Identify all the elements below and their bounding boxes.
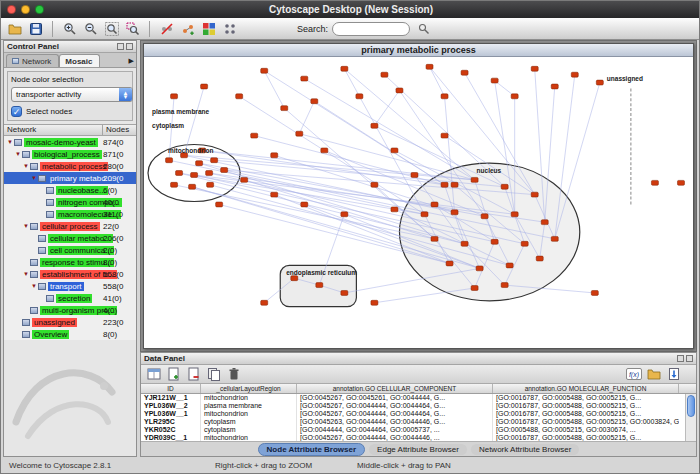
network-node[interactable] xyxy=(411,173,418,178)
column-header[interactable]: _cellularLayoutRegion xyxy=(201,384,297,393)
tree-item-cell-communica[interactable]: cell communica...2(0) xyxy=(4,244,136,256)
minimize-button[interactable] xyxy=(21,5,30,14)
network-node[interactable] xyxy=(171,94,178,99)
network-node[interactable] xyxy=(166,158,173,163)
network-node[interactable] xyxy=(461,241,468,246)
tree-expand-arrow[interactable]: ▼ xyxy=(30,283,38,289)
tree-item-transport[interactable]: ▼transport558(0 xyxy=(4,280,136,292)
tree-item-response-to-stimu[interactable]: response to stimu...8(0) xyxy=(4,256,136,268)
network-node[interactable] xyxy=(511,212,518,217)
tree-expand-arrow[interactable]: ▼ xyxy=(14,151,22,157)
network-node[interactable] xyxy=(371,300,378,305)
network-canvas[interactable]: plasma membranecytoplasmmitochondrionnuc… xyxy=(144,57,693,348)
network-node[interactable] xyxy=(206,171,213,176)
network-node[interactable] xyxy=(441,182,448,187)
network-node[interactable] xyxy=(481,214,488,219)
tab-mosaic[interactable]: Mosaic xyxy=(59,54,100,67)
network-node[interactable] xyxy=(191,173,198,178)
tree-header-nodes[interactable]: Nodes xyxy=(103,125,136,135)
network-node[interactable] xyxy=(176,171,183,176)
table-row[interactable]: YJR121W__1mitochondrion[GO:0045267, GO:0… xyxy=(141,394,696,402)
tree-item-biological-process[interactable]: ▼biological_process871(0 xyxy=(4,148,136,160)
new-attribute-button[interactable] xyxy=(165,366,182,382)
network-node[interactable] xyxy=(596,80,603,85)
tree-item-unassigned[interactable]: unassigned223(0 xyxy=(4,316,136,328)
network-node[interactable] xyxy=(677,180,684,185)
delete-attribute-button[interactable] xyxy=(185,366,202,382)
table-row[interactable]: YLR295Ccytoplasm[GO:0045263, GO:0044444,… xyxy=(141,418,696,426)
tree-header-network[interactable]: Network xyxy=(4,125,103,135)
tree-expand-arrow[interactable]: ▼ xyxy=(22,271,30,277)
network-node[interactable] xyxy=(396,88,403,93)
network-node[interactable] xyxy=(189,184,196,189)
tree-item-multi-organism-pro[interactable]: multi-organism pro...4(0) xyxy=(4,304,136,316)
zoom-in-button[interactable] xyxy=(60,19,79,38)
tree-expand-arrow[interactable]: ▼ xyxy=(6,139,14,145)
network-node[interactable] xyxy=(451,210,458,215)
network-node[interactable] xyxy=(471,286,478,291)
table-row[interactable]: YKR052Ccytoplasm[GO:0044444, GO:0044464,… xyxy=(141,426,696,434)
network-node[interactable] xyxy=(391,207,398,212)
network-node[interactable] xyxy=(541,220,548,225)
network-node[interactable] xyxy=(301,76,308,81)
network-node[interactable] xyxy=(551,236,558,241)
network-node[interactable] xyxy=(261,300,268,305)
network-node[interactable] xyxy=(311,99,318,104)
search-input[interactable] xyxy=(332,22,410,36)
tree-item-cellular-process[interactable]: ▼cellular process22(0 xyxy=(4,220,136,232)
network-node[interactable] xyxy=(501,283,508,288)
column-header[interactable]: annotation.GO MOLECULAR_FUNCTION xyxy=(493,384,679,393)
open-session-button[interactable] xyxy=(5,19,24,38)
network-node[interactable] xyxy=(341,290,348,295)
network-node[interactable] xyxy=(271,192,278,197)
tab-scroll-right-button[interactable]: ▶ xyxy=(129,57,134,65)
zoom-fit-button[interactable] xyxy=(102,19,121,38)
tree-item-overview[interactable]: Overview8(0) xyxy=(4,328,136,340)
tree-item-metabolic-process[interactable]: ▼metabolic process280(0 xyxy=(4,160,136,172)
network-edge[interactable] xyxy=(374,90,399,125)
tree-item-nucleobase[interactable]: nucleobase...6(0) xyxy=(4,184,136,196)
network-node[interactable] xyxy=(441,94,448,99)
network-node[interactable] xyxy=(476,266,483,271)
network-node[interactable] xyxy=(356,94,363,99)
tab-network[interactable]: Network xyxy=(6,54,59,67)
close-panel-button[interactable] xyxy=(686,355,693,362)
network-edge[interactable] xyxy=(304,79,474,180)
network-edge[interactable] xyxy=(264,71,284,108)
network-node[interactable] xyxy=(536,256,543,261)
tree-item-macromolecule[interactable]: macromolecule...311(0 xyxy=(4,208,136,220)
network-node[interactable] xyxy=(236,94,243,99)
network-node[interactable] xyxy=(491,78,498,83)
network-node[interactable] xyxy=(261,68,268,73)
network-node[interactable] xyxy=(551,84,558,89)
network-node[interactable] xyxy=(216,202,223,207)
network-node[interactable] xyxy=(341,212,348,217)
table-row[interactable]: YPL036W__2plasma membrane[GO:0045267, GO… xyxy=(141,402,696,410)
node-color-dropdown[interactable]: transporter activity ▲▼ xyxy=(11,87,133,102)
network-node[interactable] xyxy=(251,133,258,138)
network-node[interactable] xyxy=(431,236,438,241)
table-row[interactable]: YPL036W__1mitochondrion[GO:0045267, GO:0… xyxy=(141,410,696,418)
tree-expand-arrow[interactable]: ▼ xyxy=(30,175,38,181)
network-node[interactable] xyxy=(296,131,303,136)
network-node[interactable] xyxy=(501,184,508,189)
tab-edge-attribute-browser[interactable]: Edge Attribute Browser xyxy=(369,444,467,455)
save-session-button[interactable] xyxy=(26,19,45,38)
table-scrollbar[interactable] xyxy=(685,394,696,441)
column-header[interactable]: ID xyxy=(141,384,201,393)
import-attributes-button[interactable] xyxy=(665,366,682,382)
network-node[interactable] xyxy=(291,276,298,281)
network-node[interactable] xyxy=(451,182,458,187)
column-header[interactable]: annotation.GO CELLULAR_COMPONENT xyxy=(297,384,493,393)
network-node[interactable] xyxy=(341,66,348,71)
network-node[interactable] xyxy=(506,263,513,268)
close-panel-button[interactable] xyxy=(126,43,133,50)
network-node[interactable] xyxy=(571,72,578,77)
copy-attribute-button[interactable] xyxy=(205,366,222,382)
tree-expand-arrow[interactable]: ▼ xyxy=(22,163,30,169)
network-node[interactable] xyxy=(316,283,323,288)
tree-item-primary-metabo[interactable]: ▼primary metabo...209(0 xyxy=(4,172,136,184)
network-node[interactable] xyxy=(531,192,538,197)
hide-selected-button[interactable] xyxy=(157,19,176,38)
scrollbar-thumb[interactable] xyxy=(687,395,695,417)
